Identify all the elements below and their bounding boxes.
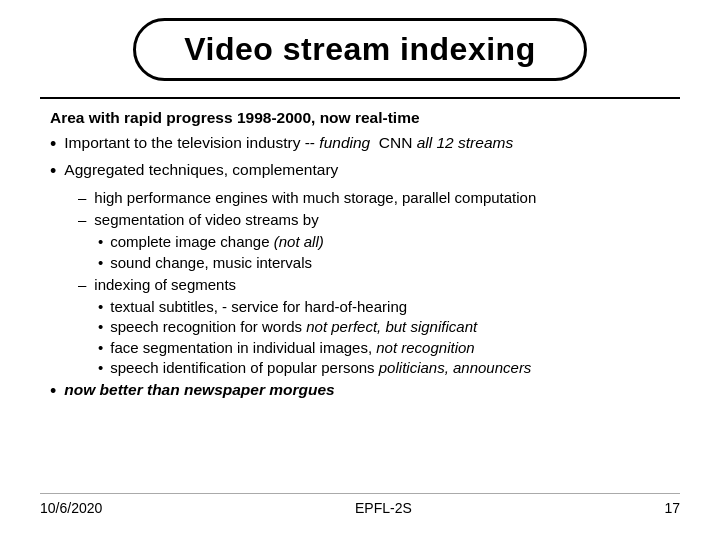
bullet-text-3: now better than newspaper morgues — [64, 380, 334, 401]
sub-item-2-1-text: high performance engines with much stora… — [94, 188, 536, 208]
footer-left: 10/6/2020 — [40, 500, 102, 516]
sub-sub-dot-2-2-1: • — [98, 232, 103, 252]
footer: 10/6/2020 EPFL-2S 17 — [40, 493, 680, 520]
sub-sub-2-3-1: • textual subtitles, - service for hard-… — [98, 297, 670, 317]
title-area: Video stream indexing — [40, 18, 680, 81]
sub-sub-2-2-1: • complete image change (not all) — [98, 232, 670, 252]
sub-sub-text-2-3-4: speech identification of popular persons… — [110, 358, 531, 378]
sub-item-2-2: – segmentation of video streams by — [78, 210, 670, 230]
sub-sub-dot-2-3-4: • — [98, 358, 103, 378]
sub-sub-2-3-3: • face segmentation in individual images… — [98, 338, 670, 358]
sub-sub-text-2-3-2: speech recognition for words not perfect… — [110, 317, 477, 337]
sub-sub-list-2-3: • textual subtitles, - service for hard-… — [98, 297, 670, 378]
bullet-dot-1: • — [50, 133, 56, 156]
sub-sub-2-3-4: • speech identification of popular perso… — [98, 358, 670, 378]
main-bullet-1: • Important to the television industry -… — [50, 133, 670, 156]
slide-container: Video stream indexing Area with rapid pr… — [0, 0, 720, 540]
dash-2-2: – — [78, 210, 86, 230]
sub-sub-text-2-3-3: face segmentation in individual images, … — [110, 338, 474, 358]
sub-list-2: – high performance engines with much sto… — [78, 188, 670, 378]
slide-title: Video stream indexing — [133, 18, 586, 81]
bullet-dot-2: • — [50, 160, 56, 183]
dash-2-3: – — [78, 275, 86, 295]
main-bullet-2: • Aggregated techniques, complementary — [50, 160, 670, 183]
footer-right: 17 — [664, 500, 680, 516]
sub-item-2-3: – indexing of segments — [78, 275, 670, 295]
sub-sub-text-2-3-1: textual subtitles, - service for hard-of… — [110, 297, 407, 317]
sub-item-2-2-text: segmentation of video streams by — [94, 210, 318, 230]
title-divider — [40, 97, 680, 99]
sub-sub-dot-2-3-1: • — [98, 297, 103, 317]
sub-sub-text-2-2-1: complete image change (not all) — [110, 232, 323, 252]
sub-sub-text-2-2-2: sound change, music intervals — [110, 253, 312, 273]
dash-2-1: – — [78, 188, 86, 208]
bullet-text-2: Aggregated techniques, complementary — [64, 160, 338, 181]
sub-item-2-1: – high performance engines with much sto… — [78, 188, 670, 208]
sub-sub-list-2-2: • complete image change (not all) • soun… — [98, 232, 670, 273]
main-bullet-3: • now better than newspaper morgues — [50, 380, 670, 403]
bullet-text-1: Important to the television industry -- … — [64, 133, 513, 154]
sub-sub-2-3-2: • speech recognition for words not perfe… — [98, 317, 670, 337]
sub-item-2-3-text: indexing of segments — [94, 275, 236, 295]
sub-sub-dot-2-3-2: • — [98, 317, 103, 337]
bullet-dot-3: • — [50, 380, 56, 403]
intro-line: Area with rapid progress 1998-2000, now … — [50, 109, 670, 127]
content-area: Area with rapid progress 1998-2000, now … — [40, 109, 680, 493]
sub-sub-dot-2-3-3: • — [98, 338, 103, 358]
footer-center: EPFL-2S — [355, 500, 412, 516]
sub-sub-2-2-2: • sound change, music intervals — [98, 253, 670, 273]
sub-sub-dot-2-2-2: • — [98, 253, 103, 273]
